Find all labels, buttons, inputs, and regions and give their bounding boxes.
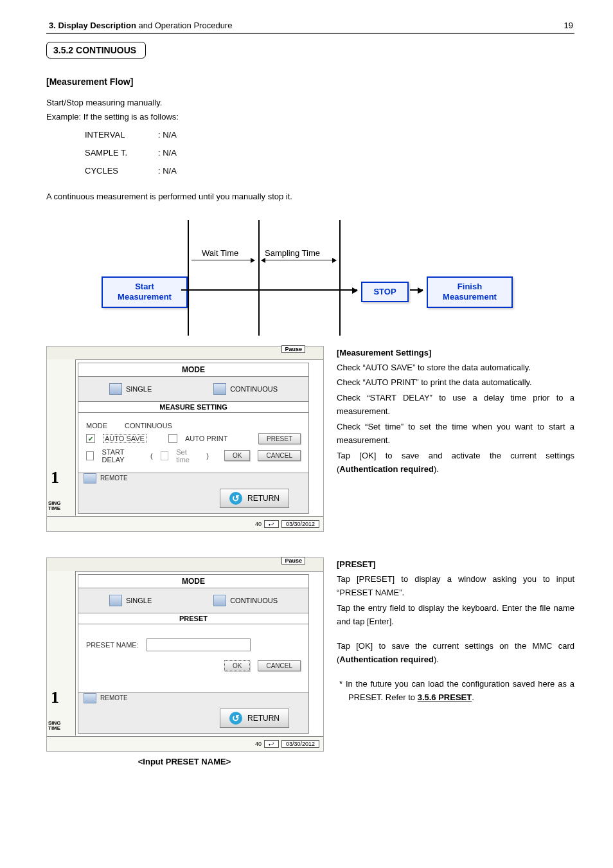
intro-text: Start/Stop measuring manually. Example: … [46,96,574,178]
section-heading: 3.5.2 CONTINUOUS [46,42,146,59]
ok-button[interactable]: OK [224,660,250,671]
setting-key: SAMPLE T. [85,146,143,160]
single-mode-option[interactable]: SINGLE [109,595,152,606]
continuous-line: A continuous measurement is performed un… [46,190,574,204]
preset-name-label: PRESET NAME: [86,641,139,649]
setting-key: CYCLES [85,164,143,178]
header-rule [46,33,574,34]
return-button[interactable]: ↺ RETURN [220,489,289,508]
set-time-checkbox[interactable] [161,451,168,460]
start-delay-checkbox[interactable] [86,451,94,460]
date-value: 03/30/2012 [281,520,319,528]
cancel-button[interactable]: CANCEL [258,450,301,461]
setting-val: : N/A [158,164,177,178]
page-number: 19 [564,21,573,30]
sampling-time-label: Sampling Time [265,248,320,258]
header-title-rest: and Operation Procedure [136,21,233,30]
preset-caption: <Input PRESET NAME> [46,757,323,766]
auto-print-label: AUTO PRINT [185,435,227,442]
screenshot-preset: Pause 1 SINGTIME MODE SINGLE CONTINUOUS … [46,557,324,752]
preset-name-input[interactable] [147,638,251,651]
single-icon [109,383,122,395]
wait-time-label: Wait Time [202,248,238,258]
date-num: 40 [255,521,262,527]
continuous-mode-option[interactable]: CONTINUOUS [213,383,278,395]
date-value: 03/30/2012 [281,740,319,748]
auto-save-label: AUTO SAVE [103,434,147,443]
header-title-bold: 3. Display Description [49,21,136,30]
start-delay-label: START DELAY [102,448,143,464]
remote-icon [84,473,96,484]
dialog-title-mode: MODE [78,363,308,377]
preset-button[interactable]: PRESET [258,433,301,444]
auto-print-checkbox[interactable] [168,434,177,443]
finish-node: Finish Measurement [427,276,513,309]
page-header: 3. Display Description and Operation Pro… [46,18,574,32]
return-button[interactable]: ↺ RETURN [220,709,289,728]
single-icon [109,595,122,606]
preset-heading: PRESET [78,613,308,624]
preset-text: [PRESET] Tap [PRESET] to display a windo… [337,557,574,706]
remote-label: REMOTE [100,475,128,482]
pause-tag: Pause [281,557,305,565]
flow-diagram: Wait Time Sampling Time Start Measuremen… [46,220,574,336]
measurement-settings-text: [Measurement Settings] Check “AUTO SAVE”… [337,346,574,478]
start-node: Start Measurement [102,276,188,309]
setting-val: : N/A [158,128,177,142]
remote-icon [84,693,96,703]
intro-line-2: Example: If the setting is as follows: [46,110,574,124]
cancel-button[interactable]: CANCEL [258,660,301,671]
single-mode-option[interactable]: SINGLE [109,383,152,395]
ms-heading: [Measurement Settings] [337,346,574,359]
intro-line-1: Start/Stop measuring manually. [46,96,574,110]
strip-one: 1 [51,688,59,707]
mode-value: CONTINUOUS [125,422,172,429]
mode-label: MODE [86,422,117,429]
flow-heading: [Measurement Flow] [46,77,574,87]
measure-setting-heading: MEASURE SETTING [78,401,308,413]
preset-ref-link[interactable]: 3.5.6 PRESET [418,692,472,702]
setting-key: INTERVAL [85,128,143,142]
return-icon: ↺ [229,492,242,505]
auto-save-checkbox[interactable]: ✔ [86,434,95,443]
continuous-icon [213,595,226,606]
ok-button[interactable]: OK [224,450,250,461]
stop-node: STOP [361,282,409,303]
continuous-icon [213,383,226,395]
pause-tag: Pause [281,345,305,353]
setting-val: : N/A [158,146,177,160]
dialog-title-mode: MODE [78,575,308,588]
preset-heading-text: [PRESET] [337,557,574,571]
remote-label: REMOTE [100,694,128,701]
screenshot-measure-setting: Pause 1 SINGTIME MODE SINGLE CONTINUOUS … [46,346,324,532]
continuous-mode-option[interactable]: CONTINUOUS [213,595,278,606]
strip-one: 1 [51,468,59,487]
date-num: 40 [255,741,262,747]
return-icon: ↺ [229,712,242,725]
set-time-label: Set time [176,448,199,464]
